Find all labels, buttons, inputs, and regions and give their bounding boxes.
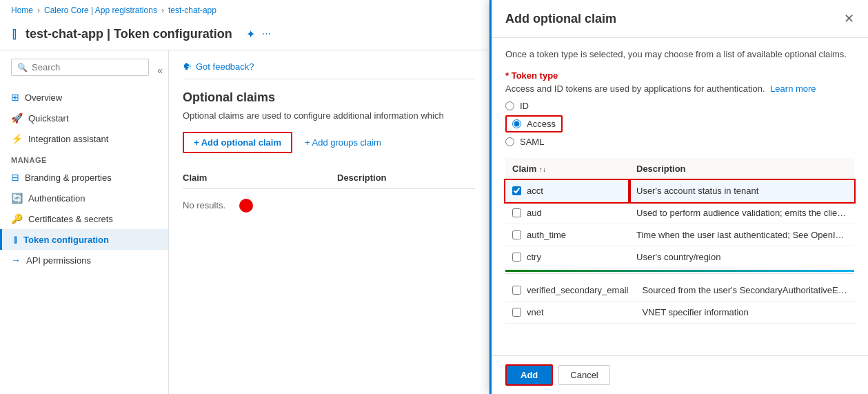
claim-row-verified-email[interactable]: verified_secondary_email Sourced from th… xyxy=(505,279,856,302)
claims-table-header-row: Claim ↑↓ Description xyxy=(505,158,854,180)
sidebar-item-overview[interactable]: ⊞ Overview xyxy=(0,87,168,108)
claim-auth-time-checkbox-cell: auth_time xyxy=(505,224,629,246)
claim-auth-time-desc: Time when the user last authenticated; S… xyxy=(629,224,854,246)
quickstart-icon: 🚀 xyxy=(11,112,23,124)
sidebar-item-label: Token configuration xyxy=(23,235,109,245)
claim-auth-time-checkbox[interactable] xyxy=(512,230,521,239)
app-header: ⫿ test-chat-app | Token configuration ✦ … xyxy=(0,21,489,50)
breadcrumb-app-registrations[interactable]: Calero Core | App registrations xyxy=(44,6,157,15)
sidebar-item-certificates[interactable]: 🔑 Certificates & secrets xyxy=(0,208,168,229)
breadcrumb-home[interactable]: Home xyxy=(11,6,33,15)
add-claim-dialog: Add optional claim ✕ Once a token type i… xyxy=(489,0,868,394)
main-content: 🔍 « ⊞ Overview 🚀 Quickstart ⚡ Integratio… xyxy=(0,50,489,394)
dialog-title: Add optional claim xyxy=(505,12,616,26)
no-results-text: No results. xyxy=(183,189,225,221)
claim-ctry-label: ctry xyxy=(527,252,541,262)
add-groups-claim-button[interactable]: + Add groups claim xyxy=(298,133,388,152)
pin-icon[interactable]: ✦ xyxy=(246,28,255,41)
search-input[interactable] xyxy=(32,62,143,72)
token-type-label: * Token type xyxy=(505,70,854,81)
claim-aud-checkbox-cell: aud xyxy=(505,202,629,224)
learn-more-link[interactable]: Learn more xyxy=(770,83,816,94)
radio-access[interactable]: Access xyxy=(505,115,563,132)
header-actions: ✦ ··· xyxy=(246,28,271,41)
claim-row-vnet[interactable]: vnet VNET specifier information xyxy=(505,302,856,324)
sidebar-item-authentication[interactable]: 🔄 Authentication xyxy=(0,188,168,208)
scroll-indicator xyxy=(505,270,854,272)
feedback-text[interactable]: Got feedback? xyxy=(196,61,254,72)
sidebar-item-api-permissions[interactable]: → API permissions xyxy=(0,250,168,270)
radio-id-input[interactable] xyxy=(505,101,514,110)
sidebar-item-label: Branding & properties xyxy=(25,173,112,183)
token-config-icon: ⫿ xyxy=(13,234,18,245)
claim-verified-email-checkbox[interactable] xyxy=(512,286,521,295)
sidebar-item-label: Integration assistant xyxy=(28,134,108,144)
feedback-bar: 🗣 Got feedback? xyxy=(183,61,475,79)
no-results-row: No results. xyxy=(183,189,475,221)
sidebar-item-label: Overview xyxy=(25,92,62,103)
claim-vnet-checkbox-cell: vnet xyxy=(505,302,635,324)
claim-aud-label: aud xyxy=(527,208,542,218)
sidebar-item-label: Certificates & secrets xyxy=(28,214,113,224)
claim-vnet-desc: VNET specifier information xyxy=(635,302,856,324)
claim-ctry-checkbox[interactable] xyxy=(512,253,521,262)
radio-access-input[interactable] xyxy=(512,119,521,128)
breadcrumb: Home › Calero Core | App registrations ›… xyxy=(0,0,489,21)
sidebar: 🔍 « ⊞ Overview 🚀 Quickstart ⚡ Integratio… xyxy=(0,50,169,394)
claim-ctry-checkbox-cell: ctry xyxy=(505,246,629,268)
claim-row-acct[interactable]: acct User's account status in tenant xyxy=(505,180,854,202)
radio-id[interactable]: ID xyxy=(505,101,854,111)
content-area: 🗣 Got feedback? Optional claims Optional… xyxy=(169,50,489,394)
col-description-header: Description xyxy=(337,173,475,183)
add-claim-label: + Add optional claim xyxy=(194,137,281,148)
overview-icon: ⊞ xyxy=(11,92,19,103)
claim-aud-checkbox[interactable] xyxy=(512,208,521,217)
claim-verified-email-desc: Sourced from the user's SecondaryAuthori… xyxy=(635,279,856,302)
dialog-close-button[interactable]: ✕ xyxy=(844,11,854,26)
breadcrumb-app-name[interactable]: test-chat-app xyxy=(168,6,216,15)
claim-vnet-checkbox[interactable] xyxy=(512,308,521,317)
sidebar-item-token-config[interactable]: ⫿ Token configuration xyxy=(0,229,168,250)
claim-ctry-desc: User's country/region xyxy=(629,246,854,268)
claim-acct-checkbox[interactable] xyxy=(512,186,521,195)
claims-table: Claim ↑↓ Description acct User's accou xyxy=(505,158,854,268)
sidebar-item-integration[interactable]: ⚡ Integration assistant xyxy=(0,128,168,149)
claim-vnet-label: vnet xyxy=(527,307,544,317)
claim-row-auth-time[interactable]: auth_time Time when the user last authen… xyxy=(505,224,854,246)
claim-verified-email-label: verified_secondary_email xyxy=(527,285,628,295)
page-title: test-chat-app | Token configuration xyxy=(26,27,232,41)
claim-acct-desc: User's account status in tenant xyxy=(629,180,854,202)
feedback-icon: 🗣 xyxy=(183,61,192,72)
radio-access-label: Access xyxy=(527,119,556,129)
claim-row-ctry[interactable]: ctry User's country/region xyxy=(505,246,854,268)
cancel-button[interactable]: Cancel xyxy=(558,365,609,385)
collapse-icon[interactable]: « xyxy=(157,65,163,76)
claim-acct-label: acct xyxy=(527,186,543,196)
annotation-dot xyxy=(239,199,253,213)
radio-id-label: ID xyxy=(520,101,529,111)
search-box: 🔍 xyxy=(11,59,149,76)
claim-auth-time-label: auth_time xyxy=(527,230,566,240)
api-permissions-icon: → xyxy=(11,255,21,266)
radio-saml-input[interactable] xyxy=(505,137,514,146)
add-optional-claim-button[interactable]: + Add optional claim xyxy=(183,132,292,153)
content-description: Optional claims are used to configure ad… xyxy=(183,110,475,121)
authentication-icon: 🔄 xyxy=(11,193,23,204)
more-icon[interactable]: ··· xyxy=(262,28,271,41)
radio-saml[interactable]: SAML xyxy=(505,137,854,147)
radio-saml-label: SAML xyxy=(520,137,544,147)
sidebar-item-branding[interactable]: ⊟ Branding & properties xyxy=(0,167,168,188)
claims-col-claim-header: Claim ↑↓ xyxy=(505,158,629,180)
bottom-section: verified_secondary_email Sourced from th… xyxy=(505,273,854,329)
search-icon: 🔍 xyxy=(17,63,28,72)
sidebar-item-quickstart[interactable]: 🚀 Quickstart xyxy=(0,108,168,128)
dialog-intro: Once a token type is selected, you may c… xyxy=(505,49,854,59)
claim-aud-desc: Used to perform audience validation; emi… xyxy=(629,202,854,224)
app-icon: ⫿ xyxy=(11,25,19,43)
left-panel: Home › Calero Core | App registrations ›… xyxy=(0,0,489,394)
add-submit-button[interactable]: Add xyxy=(505,364,553,386)
token-type-radio-group: ID Access SAML xyxy=(505,101,854,147)
token-type-desc: Access and ID tokens are used by applica… xyxy=(505,83,854,94)
bottom-claims-table: verified_secondary_email Sourced from th… xyxy=(505,279,856,324)
claim-row-aud[interactable]: aud Used to perform audience validation;… xyxy=(505,202,854,224)
